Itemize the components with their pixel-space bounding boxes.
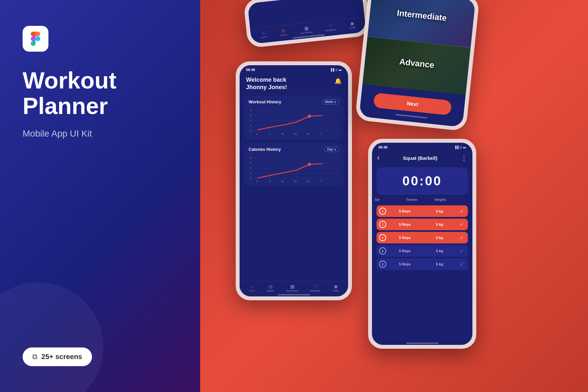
svg-text:7: 7 <box>320 132 322 135</box>
svg-text:16: 16 <box>281 132 284 135</box>
figma-logo-container <box>23 26 48 52</box>
main-nav-explore[interactable]: ◎ Explore <box>267 284 274 292</box>
set-row-4[interactable]: 1 5 Reps 5 kg ✓ <box>377 245 468 257</box>
squat-title: Squat (Barbell) <box>403 155 438 161</box>
top-phone-nav: ⌂ Home ◎ Explore ▦ My Workout ♡ Meditati… <box>250 16 366 41</box>
set-reps-5: 5 Reps <box>389 262 421 266</box>
right-top-home-indicator <box>395 114 428 119</box>
figma-logo-icon <box>28 32 43 46</box>
set-kg-1: 5 kg <box>424 209 456 213</box>
squat-status-icons: ▐▐ (( ▬ <box>454 146 466 149</box>
svg-text:2: 2 <box>256 180 258 183</box>
svg-text:1: 1 <box>250 124 252 127</box>
col-trainers: Trainers <box>406 198 418 201</box>
squat-status-bar: 09:46 ▐▐ (( ▬ <box>372 143 472 150</box>
set-row-2[interactable]: 1 5 Reps 5 kg ✓ <box>377 219 468 230</box>
svg-text:7: 7 <box>320 180 322 183</box>
left-panel: Workout Planner Mobile App UI Kit ⧉ 25+ … <box>0 0 200 392</box>
circle-decoration <box>0 282 103 392</box>
set-reps-3: 5 Reps <box>389 236 421 240</box>
main-nav-home[interactable]: ⌂ Home <box>249 284 255 292</box>
phone-right-bottom-mockup: 09:46 ▐▐ (( ▬ ‹ Squat (Barbell) ⋮ 00:00 … <box>368 139 476 349</box>
svg-text:2: 2 <box>250 119 252 122</box>
workout-chart-area: 4 3 2 1 0 <box>249 107 339 136</box>
phone-main-mockup: 09:46 ▐▐ (( ▬ Welcome backJhonny Jones! … <box>236 61 352 300</box>
set-kg-5: 5 kg <box>424 262 456 266</box>
main-nav-my-workout[interactable]: ▦ My Workout <box>286 284 298 292</box>
nav-home[interactable]: ⌂ Home <box>260 30 267 38</box>
welcome-title: Welcome backJhonny Jones! <box>246 76 287 91</box>
main-home-indicator <box>278 294 310 295</box>
svg-text:2: 2 <box>256 132 258 135</box>
back-button[interactable]: ‹ <box>377 154 379 162</box>
svg-text:16: 16 <box>281 180 284 183</box>
chart-header-calories: Calories History Day ∨ <box>249 147 339 152</box>
nav-my-workout[interactable]: ▦ My Workout <box>300 25 313 34</box>
set-reps-2: 5 Reps <box>389 222 421 226</box>
set-num-4: 1 <box>379 247 386 254</box>
set-check-3[interactable]: ✓ <box>458 235 465 240</box>
svg-text:30: 30 <box>307 132 310 135</box>
svg-text:0: 0 <box>250 129 252 132</box>
set-check-1[interactable]: ✓ <box>458 209 465 214</box>
timer-display: 00:00 <box>377 167 468 195</box>
col-weights: Weights <box>434 198 446 201</box>
next-button[interactable]: Next <box>373 93 452 116</box>
squat-header: ‹ Squat (Barbell) ⋮ <box>372 150 472 165</box>
set-num-1: 1 <box>379 208 386 215</box>
set-reps-4: 5 Reps <box>389 249 421 253</box>
app-title: Workout Planner <box>23 68 178 119</box>
svg-text:23: 23 <box>294 132 297 135</box>
set-kg-3: 5 kg <box>424 236 456 240</box>
set-check-5[interactable]: ✓ <box>458 262 465 267</box>
timer-time: 00:00 <box>383 174 461 188</box>
more-button[interactable]: ⋮ <box>461 154 467 162</box>
phone-top-mockup: ⌂ Home ◎ Explore ▦ My Workout ♡ Meditati… <box>243 0 370 48</box>
set-row-3[interactable]: 1 5 Reps 5 kg ✓ <box>377 232 468 243</box>
nav-meditation[interactable]: ♡ Meditation <box>325 23 336 32</box>
svg-text:3: 3 <box>250 114 252 117</box>
set-num-3: 1 <box>379 234 386 241</box>
bell-icon[interactable]: 🔔 <box>335 77 342 85</box>
svg-text:4: 4 <box>250 109 252 112</box>
workout-filter[interactable]: Week ∨ <box>322 99 339 105</box>
svg-text:23: 23 <box>294 180 297 183</box>
set-num-2: 1 <box>379 221 386 228</box>
main-nav-meditation[interactable]: ♡ Meditation <box>310 284 321 292</box>
set-row-5[interactable]: 1 5 Reps 5 kg ✓ <box>377 258 468 270</box>
set-row-1[interactable]: 1 5 Reps 5 kg ✓ <box>377 205 468 217</box>
workout-history-chart: Workout History Week ∨ 4 3 2 1 0 <box>244 96 344 139</box>
squat-home-indicator <box>406 343 438 344</box>
svg-text:30: 30 <box>307 180 310 183</box>
svg-text:3: 3 <box>250 161 252 164</box>
nav-profile[interactable]: ◉ Profile <box>349 20 356 29</box>
svg-text:2: 2 <box>250 167 252 170</box>
set-check-2[interactable]: ✓ <box>458 222 465 227</box>
svg-point-27 <box>308 163 311 166</box>
app-subtitle: Mobile App UI Kit <box>23 129 178 139</box>
main-nav-profile[interactable]: ◉ Profile <box>333 284 339 292</box>
svg-text:0: 0 <box>250 177 252 180</box>
welcome-header: Welcome backJhonny Jones! 🔔 <box>240 73 348 94</box>
main-bottom-nav: ⌂ Home ◎ Explore ▦ My Workout ♡ Meditati… <box>240 281 348 293</box>
calories-chart-area: 4 3 2 1 0 2 9 16 <box>249 155 339 184</box>
col-set: Set <box>375 198 379 201</box>
svg-point-10 <box>308 115 311 118</box>
nav-explore[interactable]: ◎ Explore <box>279 28 288 36</box>
main-status-bar: 09:46 ▐▐ (( ▬ <box>240 65 348 73</box>
calories-filter[interactable]: Day ∨ <box>324 147 339 152</box>
chart-header-workout: Workout History Week ∨ <box>249 99 339 105</box>
svg-text:1: 1 <box>250 172 252 175</box>
sets-table: 1 5 Reps 5 kg ✓ 1 5 Reps 5 kg ✓ 1 5 Reps… <box>372 204 472 273</box>
set-check-4[interactable]: ✓ <box>458 248 465 253</box>
set-kg-2: 5 kg <box>424 222 456 226</box>
set-reps-1: 5 Reps <box>389 209 421 213</box>
sets-table-header: Set Trainers Weights <box>372 197 472 203</box>
set-num-5: 1 <box>379 261 386 268</box>
set-kg-4: 5 kg <box>424 249 456 253</box>
svg-text:9: 9 <box>269 132 271 135</box>
svg-text:4: 4 <box>250 156 252 159</box>
svg-text:9: 9 <box>269 180 271 183</box>
phone-right-top-mockup: Intermediate Advance Next <box>355 0 480 131</box>
calories-history-chart: Calories History Day ∨ 4 3 2 1 0 <box>244 143 344 187</box>
